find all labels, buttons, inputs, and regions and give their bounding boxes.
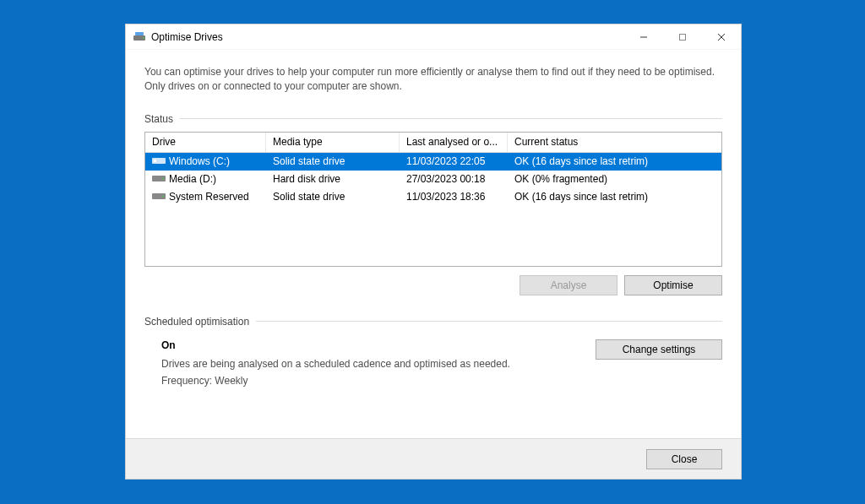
drive-name: System Reserved bbox=[169, 191, 249, 203]
titlebar: Optimise Drives bbox=[126, 24, 741, 50]
svg-point-10 bbox=[162, 178, 164, 180]
col-header-drive[interactable]: Drive bbox=[145, 133, 266, 152]
col-header-status[interactable]: Current status bbox=[508, 133, 721, 152]
scheduled-desc: Drives are being analysed on a scheduled… bbox=[161, 358, 596, 370]
cell-drive: Media (D:) bbox=[145, 171, 266, 187]
table-row[interactable]: System ReservedSolid state drive11/03/20… bbox=[145, 188, 721, 206]
maximize-button[interactable] bbox=[663, 24, 702, 49]
cell-last: 11/03/2023 22:05 bbox=[400, 153, 508, 170]
cell-status: OK (0% fragmented) bbox=[508, 171, 721, 187]
optimise-drives-window: Optimise Drives You can optimise your dr… bbox=[125, 24, 742, 480]
drive-icon bbox=[152, 192, 166, 201]
table-button-row: Analyse Optimise bbox=[144, 267, 722, 295]
table-body: Windows (C:)Solid state drive11/03/2023 … bbox=[145, 153, 721, 206]
cell-last: 11/03/2023 18:36 bbox=[400, 188, 508, 205]
svg-rect-1 bbox=[135, 32, 144, 35]
divider bbox=[256, 321, 722, 322]
col-header-last[interactable]: Last analysed or o... bbox=[400, 133, 508, 152]
cell-media: Solid state drive bbox=[266, 153, 400, 170]
window-controls bbox=[624, 24, 741, 49]
cell-media: Solid state drive bbox=[266, 188, 400, 205]
close-button[interactable]: Close bbox=[646, 449, 722, 469]
optimise-button[interactable]: Optimise bbox=[624, 275, 722, 295]
window-title: Optimise Drives bbox=[151, 31, 223, 43]
scheduled-body: On Drives are being analysed on a schedu… bbox=[144, 334, 722, 392]
table-row[interactable]: Windows (C:)Solid state drive11/03/2023 … bbox=[145, 153, 721, 171]
scheduled-on: On bbox=[161, 339, 596, 351]
status-group-header: Status bbox=[144, 113, 722, 125]
minimize-button[interactable] bbox=[624, 24, 663, 49]
svg-point-12 bbox=[162, 196, 164, 198]
app-icon bbox=[133, 30, 146, 44]
svg-point-2 bbox=[143, 37, 144, 39]
scheduled-label: Scheduled optimisation bbox=[144, 316, 249, 328]
table-header: Drive Media type Last analysed or o... C… bbox=[145, 133, 721, 153]
drive-icon bbox=[152, 156, 166, 165]
cell-drive: System Reserved bbox=[145, 188, 266, 205]
table-row[interactable]: Media (D:)Hard disk drive27/03/2023 00:1… bbox=[145, 171, 721, 188]
cell-last: 27/03/2023 00:18 bbox=[400, 171, 508, 187]
description-text: You can optimise your drives to help you… bbox=[144, 65, 722, 95]
cell-drive: Windows (C:) bbox=[145, 153, 266, 170]
drive-name: Windows (C:) bbox=[169, 155, 230, 167]
scheduled-button-col: Change settings bbox=[596, 339, 722, 392]
cell-media: Hard disk drive bbox=[266, 171, 400, 187]
cell-status: OK (16 days since last retrim) bbox=[508, 188, 721, 205]
scheduled-text: On Drives are being analysed on a schedu… bbox=[161, 339, 596, 392]
change-settings-button[interactable]: Change settings bbox=[596, 339, 722, 360]
col-header-media[interactable]: Media type bbox=[266, 133, 400, 152]
analyse-button[interactable]: Analyse bbox=[520, 275, 617, 295]
cell-status: OK (16 days since last retrim) bbox=[508, 153, 721, 170]
scheduled-group-header: Scheduled optimisation bbox=[144, 316, 722, 328]
scheduled-frequency: Frequency: Weekly bbox=[161, 375, 596, 387]
svg-rect-8 bbox=[154, 160, 156, 162]
svg-rect-4 bbox=[680, 34, 686, 40]
footer: Close bbox=[126, 438, 741, 479]
drive-table[interactable]: Drive Media type Last analysed or o... C… bbox=[144, 132, 722, 267]
drive-icon bbox=[152, 174, 166, 183]
drive-name: Media (D:) bbox=[169, 173, 216, 185]
status-label: Status bbox=[144, 113, 173, 125]
content-area: You can optimise your drives to help you… bbox=[126, 50, 741, 438]
close-window-button[interactable] bbox=[702, 24, 741, 49]
divider bbox=[180, 118, 722, 119]
